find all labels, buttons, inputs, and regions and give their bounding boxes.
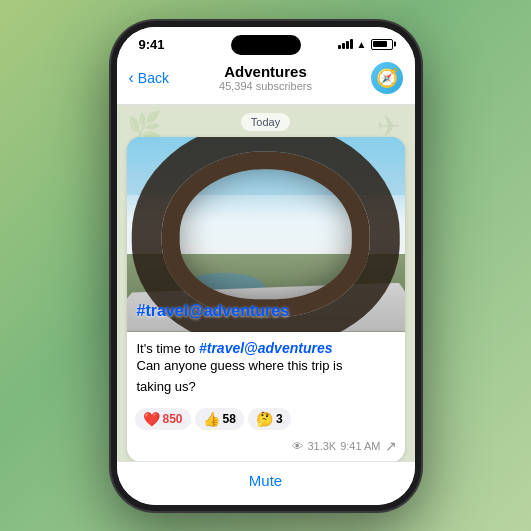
thumb-emoji: 👍 bbox=[203, 411, 220, 427]
back-label: Back bbox=[138, 70, 169, 86]
back-button[interactable]: ‹ Back bbox=[129, 69, 169, 87]
reaction-think[interactable]: 🤔 3 bbox=[248, 408, 291, 430]
message-container: #travel@adventures It's time to #travel@… bbox=[117, 137, 415, 461]
window-frame bbox=[161, 151, 370, 317]
status-time: 9:41 bbox=[139, 37, 165, 52]
phone-screen: 9:41 ▲ ‹ bbox=[117, 27, 415, 505]
message-time: 9:41 AM bbox=[340, 440, 380, 452]
reaction-thumb[interactable]: 👍 58 bbox=[195, 408, 244, 430]
status-icons: ▲ bbox=[338, 39, 393, 50]
back-chevron-icon: ‹ bbox=[129, 69, 134, 87]
subscriber-count: 45,394 subscribers bbox=[219, 80, 312, 92]
wifi-icon: ▲ bbox=[357, 39, 367, 50]
message-line3: taking us? bbox=[137, 379, 395, 394]
message-image: #travel@adventures bbox=[127, 137, 405, 332]
phone-wrapper: 9:41 ▲ ‹ bbox=[111, 21, 421, 511]
message-text-1: It's time to bbox=[137, 341, 196, 356]
channel-avatar[interactable]: 🧭 bbox=[371, 62, 403, 94]
think-count: 3 bbox=[276, 412, 283, 426]
hashtag-overlay: #travel@adventures bbox=[137, 302, 395, 320]
signal-bar-2 bbox=[342, 43, 345, 49]
nav-bar: ‹ Back Adventures 45,394 subscribers 🧭 bbox=[117, 56, 415, 105]
thumb-count: 58 bbox=[223, 412, 236, 426]
signal-bar-4 bbox=[350, 39, 353, 49]
reaction-heart[interactable]: ❤️ 850 bbox=[135, 408, 191, 430]
avatar-emoji: 🧭 bbox=[376, 67, 398, 89]
heart-count: 850 bbox=[163, 412, 183, 426]
channel-name: Adventures bbox=[219, 63, 312, 80]
today-badge-container: Today bbox=[117, 105, 415, 137]
battery-icon bbox=[371, 39, 393, 50]
message-text-area: It's time to #travel@adventures Can anyo… bbox=[127, 332, 405, 404]
today-badge: Today bbox=[241, 113, 290, 131]
signal-bar-3 bbox=[346, 41, 349, 49]
signal-bar-1 bbox=[338, 45, 341, 49]
reactions-bar: ❤️ 850 👍 58 🤔 3 bbox=[127, 404, 405, 436]
bottom-bar: Mute bbox=[117, 461, 415, 505]
eye-icon: 👁 bbox=[292, 440, 303, 452]
message-meta: 👁 31.3K 9:41 AM ↗ bbox=[127, 436, 405, 461]
battery-fill bbox=[373, 41, 387, 47]
think-emoji: 🤔 bbox=[256, 411, 273, 427]
mute-button[interactable]: Mute bbox=[249, 472, 282, 489]
chat-area: 🌿 ✈ ⛵ 🏔 Today bbox=[117, 105, 415, 461]
message-bubble: #travel@adventures It's time to #travel@… bbox=[127, 137, 405, 461]
nav-center: Adventures 45,394 subscribers bbox=[219, 63, 312, 92]
phone-frame: 9:41 ▲ ‹ bbox=[111, 21, 421, 511]
share-button[interactable]: ↗ bbox=[385, 438, 397, 454]
status-bar: 9:41 ▲ bbox=[117, 27, 415, 56]
message-line2: Can anyone guess where this trip is bbox=[137, 358, 395, 373]
dynamic-island bbox=[231, 35, 301, 55]
message-hashtag-inline: #travel@adventures bbox=[199, 340, 333, 356]
message-line1: It's time to #travel@adventures bbox=[137, 340, 395, 356]
heart-emoji: ❤️ bbox=[143, 411, 160, 427]
signal-bars-icon bbox=[338, 39, 353, 49]
view-count: 31.3K bbox=[307, 440, 336, 452]
